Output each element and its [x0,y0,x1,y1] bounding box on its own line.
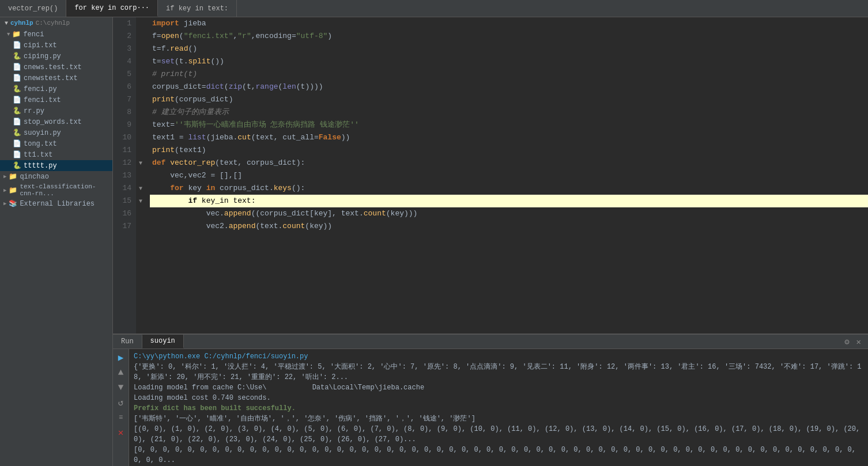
chevron-right-icon: ▶ [3,200,6,207]
line-num: 6 [113,81,131,93]
console-output[interactable]: C:\yy\python.exe C:/cyhnlp/fenci/suoyin.… [129,349,868,466]
filename: ciping.py [24,52,61,60]
sidebar-file-tong[interactable]: 📄 tong.txt [0,138,112,149]
tab-vector-rep[interactable]: vector_rep() [0,0,66,17]
scroll-down-button[interactable]: ▼ [115,381,127,394]
line-num: 3 [113,43,131,55]
sidebar-folder-fenci[interactable]: ▼ 📁 fenci [0,29,112,40]
filter-button[interactable]: ≡ [115,411,127,424]
line-num: 15 [113,195,131,207]
tab-label: if key in text: [166,5,228,13]
file-icon: 🐍 [13,52,21,60]
code-line-8: # 建立句子的向量表示 [150,106,868,119]
filename: fenci.txt [24,96,61,104]
sidebar-file-cipi[interactable]: 📄 cipi.txt [0,40,112,51]
fold-indicator-14[interactable]: ▼ [136,182,145,195]
rerun-button[interactable]: ↺ [115,396,127,409]
filename: cnewstest.txt [24,74,78,82]
file-icon: 📄 [13,63,21,71]
code-line-15: if key_in text: [150,195,868,207]
sidebar-external-libraries[interactable]: ▶ 📚 External Libraries [0,198,112,209]
sidebar-file-cnewstest[interactable]: 📄 cnewstest.txt [0,73,112,84]
code-line-3: t=f.read() [150,43,868,55]
sidebar-file-suoyin[interactable]: 🐍 suoyin.py [0,127,112,138]
filename: cipi.txt [24,41,57,50]
code-line-7: print(corpus_dict) [150,93,868,106]
filename: ttttt.py [24,162,57,170]
code-line-10: text1 = list(jieba.cut(text, cut_all=Fal… [150,131,868,144]
folder-icon: 📁 [12,30,21,39]
file-icon: 🐍 [13,85,21,93]
tab-bar: vector_rep() for key in corp··· if key i… [0,0,868,17]
file-icon: 📄 [13,150,21,159]
fold-indicator-15[interactable]: ▼ [136,195,145,207]
line-num: 16 [113,207,131,220]
code-line-11: print(text1) [150,144,868,157]
line-num: 13 [113,169,131,182]
sidebar-file-ciping[interactable]: 🐍 ciping.py [0,51,112,62]
line-num: 1 [113,17,131,30]
filename: rr.py [24,107,44,115]
filename: tong.txt [24,140,57,148]
tab-suoyin-label: suoyin [150,337,175,345]
file-icon: 📄 [13,139,21,148]
scroll-up-button[interactable]: ▲ [115,366,127,379]
sidebar-file-rr[interactable]: 🐍 rr.py [0,105,112,116]
file-icon: 📄 [13,118,21,126]
console-line: Loading model from cache C:\Use\ Data\Lo… [134,382,863,393]
code-line-9: text=''韦斯特一心瞄准自由市场 怎奈伤病挡路 钱途渺茫'' [150,119,868,131]
filename: tt1.txt [24,151,52,159]
stop-button[interactable]: ✕ [115,426,127,439]
sidebar-file-tt1[interactable]: 📄 tt1.txt [0,149,112,160]
console-line: Prefix dict has been built succesfully. [134,403,863,414]
close-icon[interactable]: ✕ [854,336,863,348]
code-container[interactable]: 1 2 3 4 5 6 7 8 9 10 11 12 13 14 15 16 1… [113,17,868,334]
sidebar-file-fenci-txt[interactable]: 📄 fenci.txt [0,94,112,105]
line-num: 8 [113,106,131,119]
code-line-16: vec.append((corpus_dict[key], text.count… [150,207,868,220]
editor-area: 1 2 3 4 5 6 7 8 9 10 11 12 13 14 15 16 1… [113,17,868,466]
code-line-4: t=set(t.split()) [150,55,868,68]
file-icon: 📄 [13,96,21,104]
bottom-tab-bar: Run suoyin ⚙ ✕ [113,335,868,349]
folder-icon: 📁 [9,186,17,195]
settings-icon[interactable]: ⚙ [842,336,851,348]
chevron-down-icon: ▼ [7,32,10,37]
sidebar-file-ttttt[interactable]: 🐍 ttttt.py [0,160,112,171]
sidebar-file-stop-words[interactable]: 📄 stop_words.txt [0,116,112,127]
main-layout: ▼ cyhnlp C:\cyhnlp ▼ 📁 fenci 📄 cipi.txt … [0,17,868,466]
line-num: 10 [113,131,131,144]
project-header: ▼ cyhnlp C:\cyhnlp [0,17,112,29]
sidebar-folder-text-classification[interactable]: ▶ 📁 text-classification-cnn-rn... [0,182,112,198]
bottom-inner: ▶ ▲ ▼ ↺ ≡ ✕ C:\yy\python.exe C:/cyhnlp/f… [113,349,868,466]
bottom-tab-actions: ⚙ ✕ [837,336,868,348]
console-line: {'更换': 0, '科尔': 1, '没人拦': 4, '平稳过渡': 5, … [134,362,863,382]
tab-run-label: Run [121,338,134,346]
tab-run[interactable]: Run [113,335,142,348]
tab-for-key-in-corp[interactable]: for key in corp··· [66,0,158,17]
code-line-1: import jieba [150,17,868,30]
filename: suoyin.py [24,129,61,137]
console-line: [(0, 0), (1, 0), (2, 0), (3, 0), (4, 0),… [134,424,863,445]
code-line-13: vec,vec2 = [],[] [150,169,868,182]
filename: fenci.py [24,85,57,93]
sidebar-file-fenci-py[interactable]: 🐍 fenci.py [0,84,112,94]
run-button[interactable]: ▶ [115,351,127,364]
tab-suoyin[interactable]: suoyin [142,335,184,348]
project-path: C:\cyhnlp [36,20,70,26]
code-line-17: vec2.append(text.count(key)) [150,220,868,233]
folder-label: text-classification-cnn-rn... [20,183,109,197]
fold-indicator-12[interactable]: ▼ [136,157,145,169]
code-lines[interactable]: import jieba f=open("fenci.txt","r",enco… [145,17,868,334]
code-line-12: def vector_rep(text, corpus_dict): [150,157,868,169]
sidebar-file-cnews-test[interactable]: 📄 cnews.test.txt [0,62,112,73]
tab-if-key-in-text[interactable]: if key in text: [158,0,237,17]
folder-label: fenci [23,31,44,39]
console-line: C:\yy\python.exe C:/cyhnlp/fenci/suoyin.… [134,351,863,362]
left-actions: ▶ ▲ ▼ ↺ ≡ ✕ [113,349,129,466]
chevron-right-icon: ▶ [3,173,6,180]
sidebar-folder-qinchao[interactable]: ▶ 📁 qinchao [0,171,112,182]
file-icon: 📄 [13,74,21,82]
console-line: ['韦斯特', '一心', '瞄准', '自由市场', '，', '怎奈', '… [134,414,863,424]
file-icon: 🐍 [13,128,21,137]
